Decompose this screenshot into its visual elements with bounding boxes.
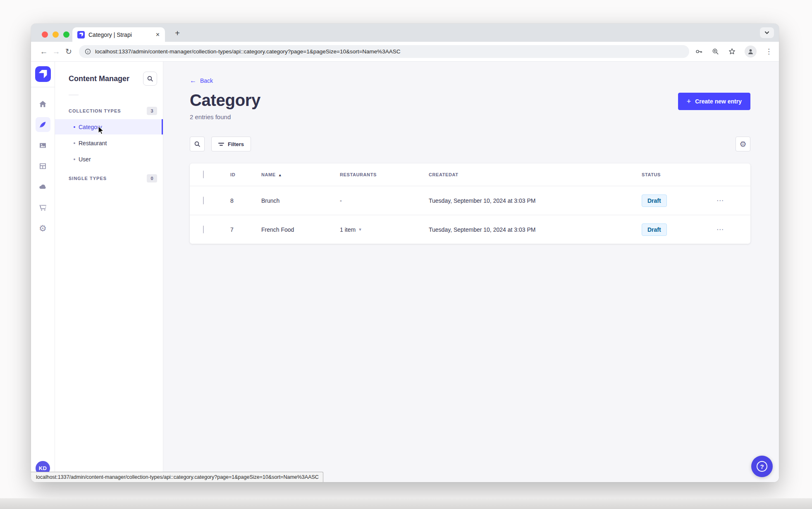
col-header-id[interactable]: ID: [227, 172, 258, 177]
content-manager-subnav: Content Manager COLLECTION TYPES 3: [55, 62, 163, 482]
tab-title: Category | Strapi: [88, 31, 155, 38]
person-icon: [747, 48, 754, 55]
link-status-bar: localhost:1337/admin/content-manager/col…: [31, 472, 323, 482]
table-row[interactable]: 8 Brunch - Tuesday, September 10, 2024 a…: [190, 186, 750, 215]
nav-media-library-button[interactable]: [36, 138, 50, 153]
layout-icon: [38, 162, 47, 170]
browser-window: Category | Strapi × + ← → ↻ localhost:13…: [31, 24, 779, 482]
gear-icon: ⚙: [39, 224, 47, 233]
sidebar-item-category[interactable]: Category: [55, 119, 163, 134]
strapi-favicon-icon: [77, 31, 85, 38]
subnav-title: Content Manager: [69, 74, 129, 83]
url-text: localhost:1337/admin/content-manager/col…: [95, 48, 401, 55]
search-icon: [147, 75, 153, 82]
cell-restaurants[interactable]: 1 item ▾: [337, 226, 425, 233]
collection-types-count: 3: [147, 107, 157, 115]
media-image-icon: [38, 141, 47, 150]
cell-name: Brunch: [258, 197, 337, 204]
entries-table: ID NAME▲ RESTAURANTS CREATEDAT STATUS 8 …: [190, 163, 750, 244]
chevron-down-icon: [764, 30, 769, 35]
profile-avatar[interactable]: [745, 46, 757, 58]
minimize-window-button[interactable]: [53, 31, 59, 38]
nav-cloud-button[interactable]: [36, 179, 50, 194]
nav-settings-button[interactable]: ⚙: [36, 221, 50, 235]
question-mark-icon: ?: [757, 461, 767, 472]
gear-icon: ⚙: [739, 140, 746, 148]
search-icon: [194, 141, 201, 147]
cell-restaurants: -: [337, 197, 425, 204]
cloud-icon: [38, 182, 47, 191]
subnav-divider: [69, 95, 79, 95]
help-button[interactable]: ?: [751, 456, 773, 477]
table-row[interactable]: 7 French Food 1 item ▾ Tuesday, Septembe…: [190, 215, 750, 244]
main-content: ← Back Category + Create new entry 2 ent…: [163, 62, 779, 482]
reload-button[interactable]: ↻: [62, 47, 75, 56]
desktop-bottom-strip: [0, 498, 812, 509]
collection-types-label: COLLECTION TYPES: [69, 108, 121, 113]
row-actions-menu[interactable]: ⋯: [716, 226, 724, 233]
tab-close-icon[interactable]: ×: [155, 31, 161, 38]
filter-icon: [218, 143, 224, 146]
info-icon: [85, 48, 91, 55]
desktop-background: Category | Strapi × + ← → ↻ localhost:13…: [0, 0, 812, 509]
password-key-icon[interactable]: [695, 48, 703, 55]
filters-button[interactable]: Filters: [211, 137, 251, 151]
view-settings-button[interactable]: ⚙: [736, 137, 750, 151]
close-window-button[interactable]: [42, 31, 48, 38]
strapi-logo[interactable]: [35, 66, 51, 82]
table-search-button[interactable]: [190, 137, 205, 151]
back-button[interactable]: ←: [38, 47, 50, 56]
nav-content-manager-button[interactable]: [36, 117, 50, 132]
subnav-search-button[interactable]: [143, 72, 157, 86]
window-controls: [42, 31, 69, 38]
col-header-createdat[interactable]: CREATEDAT: [425, 172, 638, 177]
sidebar-item-user[interactable]: User: [55, 151, 163, 167]
back-arrow-icon: ←: [190, 77, 196, 84]
cart-icon: [38, 203, 47, 212]
browser-tab[interactable]: Category | Strapi ×: [72, 27, 165, 42]
forward-button[interactable]: →: [50, 47, 62, 56]
new-tab-button[interactable]: +: [172, 27, 183, 39]
col-header-name[interactable]: NAME▲: [258, 172, 337, 177]
chevron-down-icon: ▾: [359, 227, 361, 232]
plus-icon: +: [687, 97, 691, 106]
feather-icon: [38, 120, 47, 129]
rail-divider: [31, 87, 55, 87]
nav-home-button[interactable]: [36, 96, 50, 111]
nav-marketplace-button[interactable]: [36, 200, 50, 215]
col-header-status[interactable]: STATUS: [638, 172, 713, 177]
bullet-icon: [74, 158, 75, 160]
mouse-cursor: [96, 125, 106, 135]
row-checkbox[interactable]: [203, 197, 204, 204]
zoom-icon[interactable]: [712, 48, 719, 55]
single-types-count: 0: [147, 174, 157, 182]
select-all-checkbox[interactable]: [203, 170, 204, 178]
cell-createdat: Tuesday, September 10, 2024 at 3:03 PM: [425, 226, 638, 233]
cell-name: French Food: [258, 226, 337, 233]
col-header-restaurants[interactable]: RESTAURANTS: [337, 172, 425, 177]
main-nav-rail: ⚙ KD: [31, 62, 55, 482]
row-actions-menu[interactable]: ⋯: [716, 197, 724, 204]
sort-asc-icon: ▲: [278, 173, 282, 177]
browser-menu-icon[interactable]: ⋮: [765, 47, 772, 56]
bullet-icon: [74, 126, 75, 128]
toolbar-icons: ⋮: [695, 46, 772, 58]
table-header-row: ID NAME▲ RESTAURANTS CREATEDAT STATUS: [190, 163, 750, 186]
entries-count: 2 entries found: [190, 113, 750, 120]
create-new-entry-button[interactable]: + Create new entry: [678, 93, 750, 110]
single-types-label: SINGLE TYPES: [69, 176, 107, 181]
back-link[interactable]: ← Back: [190, 77, 750, 84]
nav-content-type-builder-button[interactable]: [36, 158, 50, 173]
sidebar-item-restaurant[interactable]: Restaurant: [55, 135, 163, 151]
browser-toolbar: ← → ↻ localhost:1337/admin/content-manag…: [31, 42, 779, 62]
strapi-admin: ⚙ KD Content Manager COLLECTIO: [31, 62, 779, 482]
tab-search-button[interactable]: [760, 27, 774, 38]
status-badge: Draft: [642, 194, 667, 207]
address-bar[interactable]: localhost:1337/admin/content-manager/col…: [79, 45, 689, 58]
home-icon: [38, 100, 47, 108]
row-checkbox[interactable]: [203, 226, 204, 233]
maximize-window-button[interactable]: [63, 31, 69, 38]
page-title: Category: [190, 91, 260, 110]
cell-createdat: Tuesday, September 10, 2024 at 3:03 PM: [425, 197, 638, 204]
bookmark-star-icon[interactable]: [728, 48, 736, 55]
